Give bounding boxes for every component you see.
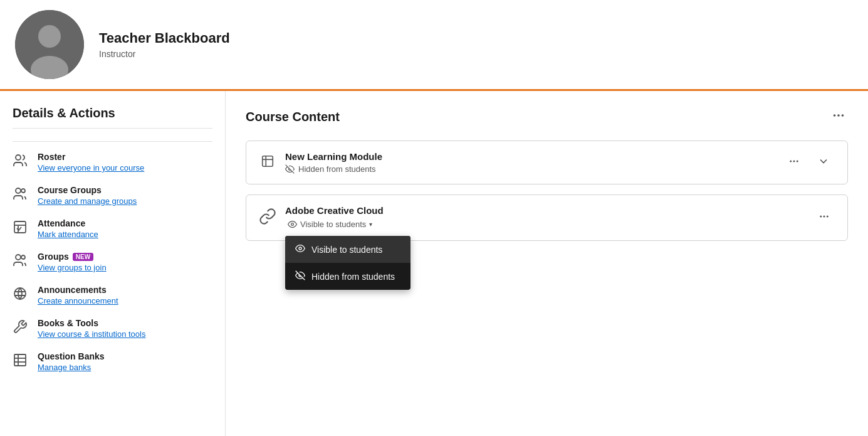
main-layout: Details & Actions Roster View everyone i… (0, 91, 868, 436)
attendance-content: Attendance Mark attendance (38, 218, 98, 239)
books-tools-icon (13, 319, 30, 337)
learning-module-more-button[interactable] (783, 153, 805, 173)
sidebar-item-course-groups[interactable]: Course Groups Create and manage groups (13, 185, 212, 206)
groups-icon (13, 253, 30, 270)
svg-rect-18 (263, 156, 273, 166)
course-groups-icon (13, 186, 30, 204)
learning-module-card-right (783, 152, 835, 173)
groups-content: Groups NEW View groups to join (38, 252, 107, 272)
announcements-link[interactable]: Create announcement (38, 296, 118, 306)
header: Teacher Blackboard Instructor (0, 0, 868, 91)
groups-link[interactable]: View groups to join (38, 263, 107, 272)
books-tools-link[interactable]: View course & institution tools (38, 329, 145, 339)
visibility-dropdown-wrapper: Visible to students ▾ (285, 218, 375, 230)
sidebar-item-groups[interactable]: Groups NEW View groups to join (13, 252, 212, 272)
question-banks-title: Question Banks (38, 351, 105, 361)
announcements-content: Announcements Create announcement (38, 285, 118, 306)
adobe-creative-cloud-status: Visible to students ▾ (285, 218, 384, 230)
content-title: Course Content (246, 110, 340, 124)
course-groups-content: Course Groups Create and manage groups (38, 185, 137, 206)
visibility-toggle-button[interactable]: Visible to students ▾ (285, 218, 375, 230)
question-banks-link[interactable]: Manage banks (38, 363, 105, 372)
svg-point-10 (21, 255, 25, 259)
adobe-creative-cloud-card: Adobe Creative Cloud Visible to students (246, 194, 848, 241)
svg-point-29 (824, 215, 825, 217)
svg-point-1 (38, 25, 61, 48)
announcements-icon (13, 286, 30, 304)
dropdown-arrow-icon: ▾ (369, 221, 372, 228)
learning-module-info: New Learning Module Hidden from students (285, 151, 382, 174)
visible-option-icon (295, 243, 305, 255)
svg-point-3 (16, 155, 21, 160)
books-tools-content: Books & Tools View course & institution … (38, 318, 145, 339)
svg-point-25 (291, 223, 294, 226)
attendance-title: Attendance (38, 218, 98, 228)
adobe-creative-cloud-card-right (813, 208, 835, 228)
sidebar-item-roster[interactable]: Roster View everyone in your course (13, 152, 212, 173)
content-header: Course Content (246, 106, 848, 128)
adobe-creative-cloud-info: Adobe Creative Cloud Visible to students (285, 205, 384, 230)
question-banks-icon (13, 353, 30, 370)
sidebar-item-question-banks[interactable]: Question Banks Manage banks (13, 351, 212, 372)
svg-point-9 (16, 255, 21, 260)
books-tools-title: Books & Tools (38, 318, 145, 328)
people-icon (13, 153, 30, 171)
learning-module-card-header: New Learning Module Hidden from students (246, 141, 847, 184)
svg-point-24 (797, 160, 798, 162)
adobe-creative-cloud-card-header: Adobe Creative Cloud Visible to students (246, 195, 847, 240)
main-content: Course Content (226, 91, 868, 436)
course-groups-link[interactable]: Create and manage groups (38, 196, 137, 206)
svg-point-5 (21, 189, 25, 193)
visible-eye-icon (288, 220, 297, 229)
roster-content: Roster View everyone in your course (38, 152, 144, 173)
learning-module-status: Hidden from students (285, 164, 382, 174)
header-info: Teacher Blackboard Instructor (99, 30, 230, 59)
adobe-creative-cloud-card-left: Adobe Creative Cloud Visible to students (259, 205, 384, 230)
svg-point-28 (820, 215, 822, 217)
sidebar-item-attendance[interactable]: Attendance Mark attendance (13, 218, 212, 239)
sidebar-item-announcements[interactable]: Announcements Create announcement (13, 285, 212, 306)
user-role: Instructor (99, 49, 230, 59)
attendance-icon (13, 220, 30, 237)
svg-point-15 (834, 114, 836, 117)
announcements-title: Announcements (38, 285, 118, 295)
avatar (15, 10, 84, 79)
module-icon (259, 154, 276, 171)
learning-module-card-left: New Learning Module Hidden from students (259, 151, 382, 174)
learning-module-card: New Learning Module Hidden from students (246, 141, 848, 184)
groups-title: Groups NEW (38, 252, 107, 262)
svg-point-16 (837, 114, 840, 117)
hidden-eye-icon (285, 164, 295, 174)
sidebar: Details & Actions Roster View everyone i… (0, 91, 226, 436)
course-groups-title: Course Groups (38, 185, 137, 195)
sidebar-item-books-tools[interactable]: Books & Tools View course & institution … (13, 318, 212, 339)
svg-point-26 (299, 247, 301, 250)
svg-rect-6 (14, 221, 26, 233)
svg-point-17 (842, 114, 844, 117)
svg-rect-11 (14, 354, 26, 366)
learning-module-title: New Learning Module (285, 151, 382, 162)
user-name: Teacher Blackboard (99, 30, 230, 46)
sidebar-divider (13, 141, 212, 142)
new-badge: NEW (73, 253, 93, 261)
svg-point-23 (793, 160, 795, 162)
roster-title: Roster (38, 152, 144, 162)
svg-point-4 (16, 188, 21, 193)
adobe-creative-cloud-more-button[interactable] (813, 208, 835, 228)
visible-to-students-option[interactable]: Visible to students (285, 236, 410, 263)
visibility-dropdown-menu: Visible to students (285, 236, 410, 290)
content-more-options-button[interactable] (829, 106, 848, 128)
sidebar-title: Details & Actions (13, 106, 212, 129)
attendance-link[interactable]: Mark attendance (38, 230, 98, 239)
svg-point-30 (827, 215, 829, 217)
learning-module-expand-button[interactable] (812, 152, 835, 173)
adobe-creative-cloud-title: Adobe Creative Cloud (285, 205, 384, 216)
hidden-option-icon (295, 270, 305, 282)
roster-link[interactable]: View everyone in your course (38, 163, 144, 173)
question-banks-content: Question Banks Manage banks (38, 351, 105, 372)
link-icon (259, 208, 276, 228)
hidden-from-students-option[interactable]: Hidden from students (285, 263, 410, 290)
svg-point-22 (790, 160, 792, 162)
